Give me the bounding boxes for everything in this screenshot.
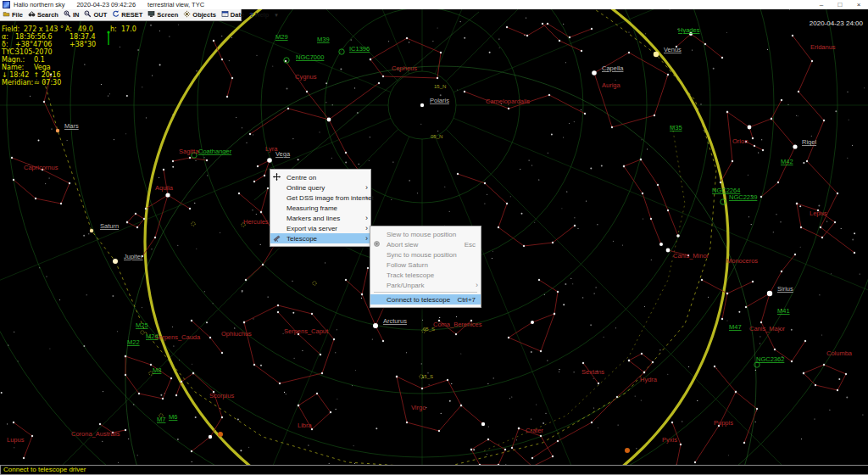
sky-canvas[interactable]: CapricornusAquilaSagittaLyraCygnusCepheu… bbox=[0, 9, 868, 465]
faint-star bbox=[791, 329, 793, 331]
faint-star bbox=[484, 204, 485, 204]
telescope-submenu-item-park-unpark[interactable]: Park/Unpark› bbox=[370, 280, 481, 290]
context-menu-item-get-dss-image-from-internet[interactable]: Get DSS image from internet› bbox=[270, 193, 370, 203]
faint-star bbox=[102, 441, 103, 442]
faint-star bbox=[516, 439, 517, 440]
constellation-star bbox=[792, 35, 793, 36]
faint-star bbox=[204, 157, 205, 158]
grid-meridian bbox=[453, 9, 868, 92]
telescope-submenu-item-follow-saturn[interactable]: Follow Saturn bbox=[370, 260, 481, 270]
constellation-star bbox=[316, 393, 318, 394]
faint-star bbox=[352, 385, 353, 386]
maximize-button[interactable]: □ bbox=[831, 0, 849, 9]
toolbar-button-reset[interactable]: RESET bbox=[109, 10, 145, 20]
toolbar-button-search[interactable]: Search bbox=[25, 10, 61, 20]
info-text: 49.0 bbox=[78, 25, 93, 33]
toolbar-overflow-button[interactable]: ▾ bbox=[275, 12, 278, 19]
faint-star bbox=[615, 327, 616, 328]
context-menu: Centre onOnline query›Get DSS image from… bbox=[270, 169, 371, 247]
toolbar-button-objects[interactable]: Objects bbox=[181, 10, 219, 20]
faint-star bbox=[220, 232, 220, 233]
telescope-submenu-item-abort-slew[interactable]: Abort slewEsc bbox=[370, 239, 481, 249]
faint-star bbox=[590, 168, 592, 170]
minimize-button[interactable]: – bbox=[812, 0, 831, 9]
faint-star bbox=[292, 138, 293, 139]
faint-star bbox=[420, 124, 421, 125]
constellation-line bbox=[192, 373, 222, 451]
bright-star bbox=[676, 234, 680, 238]
faint-star bbox=[325, 262, 326, 263]
faint-star bbox=[826, 221, 827, 222]
faint-star bbox=[388, 41, 389, 42]
constellation-star bbox=[154, 237, 156, 238]
toolbar-button-file[interactable]: File bbox=[0, 10, 25, 20]
context-menu-item-export-via-server[interactable]: Export via server› bbox=[270, 223, 370, 233]
faint-star bbox=[242, 127, 242, 128]
faint-star bbox=[169, 36, 170, 36]
faint-star bbox=[260, 244, 261, 245]
faint-star bbox=[337, 329, 337, 330]
toolbar-button-help[interactable]: ?Help bbox=[247, 10, 271, 20]
grid-tick-label: 15_N bbox=[434, 84, 446, 89]
telescope-submenu-item-sync-to-mouse-position[interactable]: Sync to mouse position bbox=[370, 249, 481, 260]
title-datetime: 2020-04-23 09:42:26 bbox=[76, 1, 136, 8]
toolbar-button-screen[interactable]: Screen bbox=[145, 10, 181, 20]
faint-star bbox=[137, 455, 138, 455]
context-menu-item-measuring-frame[interactable]: Measuring frame bbox=[270, 203, 370, 213]
faint-star bbox=[577, 228, 578, 229]
constellation-star bbox=[447, 379, 448, 381]
constellation-star bbox=[694, 461, 696, 463]
constellation-star bbox=[484, 182, 486, 184]
faint-star bbox=[256, 214, 257, 215]
faint-star bbox=[59, 299, 60, 300]
named-star bbox=[373, 323, 378, 328]
faint-star bbox=[128, 439, 129, 439]
zoom-in-icon bbox=[64, 10, 71, 20]
context-menu-item-markers-and-lines[interactable]: Markers and lines› bbox=[270, 213, 370, 223]
info-text: +38°47'06 bbox=[15, 41, 52, 48]
constellation-star bbox=[574, 225, 576, 226]
faint-star bbox=[38, 140, 40, 142]
faint-star bbox=[548, 153, 548, 154]
constellation-star bbox=[591, 422, 593, 423]
constellation-line bbox=[376, 326, 383, 341]
faint-star bbox=[489, 52, 491, 53]
faint-star bbox=[821, 334, 822, 335]
faint-star bbox=[521, 213, 523, 215]
faint-star bbox=[604, 337, 604, 338]
telescope-submenu: Slew to mouse positionAbort slewEscSync … bbox=[370, 226, 481, 308]
toolbar-button-in[interactable]: IN bbox=[61, 10, 82, 20]
faint-star bbox=[137, 49, 139, 51]
constellation-star bbox=[245, 279, 247, 281]
faint-star bbox=[172, 114, 173, 115]
close-button[interactable]: × bbox=[849, 0, 868, 9]
constellation-star bbox=[771, 118, 772, 120]
info-text: Magn.: bbox=[2, 56, 25, 64]
telescope-submenu-item-slew-to-mouse-position[interactable]: Slew to mouse position bbox=[370, 229, 481, 239]
constellation-star bbox=[611, 126, 613, 128]
faint-star bbox=[272, 66, 273, 67]
faint-star bbox=[473, 449, 475, 450]
toolbar-button-out[interactable]: OUT bbox=[81, 10, 109, 20]
faint-star bbox=[563, 137, 564, 137]
constellation-star bbox=[654, 115, 655, 116]
context-menu-item-centre-on[interactable]: Centre on bbox=[270, 172, 370, 182]
telescope-submenu-item-connect-to-telescope[interactable]: Connect to telescopeCtrl+7 bbox=[370, 294, 481, 305]
faint-star bbox=[372, 338, 373, 339]
faint-star bbox=[242, 292, 242, 293]
context-menu-item-telescope[interactable]: Telescope› bbox=[270, 233, 370, 243]
faint-star bbox=[586, 201, 587, 202]
menu-item-label: Sync to mouse position bbox=[387, 251, 476, 259]
menu-item-label: Measuring frame bbox=[287, 204, 365, 212]
toolbar-button-date[interactable]: Date bbox=[219, 10, 247, 20]
faint-star bbox=[847, 92, 848, 92]
constellation-star bbox=[221, 352, 223, 354]
constellation-star bbox=[623, 165, 625, 167]
faint-star bbox=[133, 404, 134, 405]
constellation-star bbox=[23, 457, 25, 459]
faint-star bbox=[838, 378, 840, 380]
faint-star bbox=[206, 321, 208, 323]
context-menu-item-online-query[interactable]: Online query› bbox=[270, 182, 370, 193]
telescope-submenu-item-track-telescope[interactable]: Track telescope bbox=[370, 270, 481, 280]
planet-venus bbox=[654, 52, 659, 57]
